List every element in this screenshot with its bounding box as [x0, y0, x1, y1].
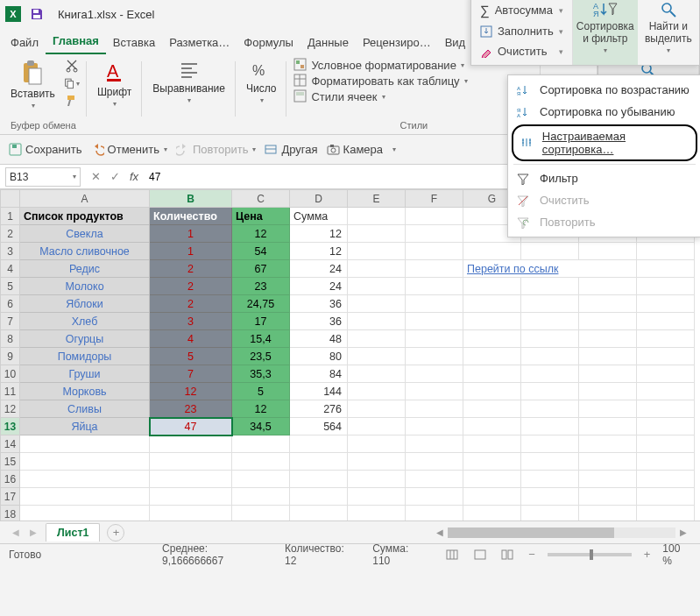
fill-button[interactable]: Заполнить▾	[471, 21, 572, 41]
zoom-in-button[interactable]: +	[640, 548, 654, 561]
name-box[interactable]: B13▾	[5, 167, 81, 187]
svg-point-39	[331, 148, 336, 152]
svg-rect-31	[296, 92, 304, 96]
filter-icon	[517, 173, 531, 185]
excel-icon: X	[5, 6, 21, 22]
svg-rect-10	[27, 60, 34, 66]
filter-toggle[interactable]: Фильтр	[508, 167, 700, 189]
horizontal-scrollbar[interactable]: ◀ ▶	[434, 527, 689, 538]
autosum-button[interactable]: ∑Автосумма▾	[471, 0, 572, 21]
menu-formulas[interactable]: Формулы	[237, 31, 301, 54]
sort-desc-icon: ЯА	[517, 106, 531, 118]
svg-rect-11	[29, 68, 41, 84]
view-normal-icon[interactable]	[443, 547, 462, 563]
status-bar: Готово Среднее: 9,166666667 Количество: …	[0, 543, 700, 564]
svg-rect-0	[33, 10, 39, 13]
hyperlink-cell[interactable]: Перейти по ссылк	[463, 260, 637, 278]
editing-panel: ∑Автосумма▾ Заполнить▾ Очистить▾ АЯ Сорт…	[470, 0, 700, 66]
svg-rect-18	[107, 79, 121, 81]
zoom-slider[interactable]	[548, 553, 632, 556]
menu-view[interactable]: Вид	[438, 31, 473, 54]
svg-rect-40	[330, 145, 334, 147]
menu-file[interactable]: Файл	[4, 31, 46, 54]
zoom-value[interactable]: 100 %	[662, 542, 691, 567]
alignment-button[interactable]: Выравнивание▾	[149, 58, 229, 106]
svg-line-45	[670, 11, 675, 17]
clear-button[interactable]: Очистить▾	[471, 41, 572, 61]
cancel-formula-icon[interactable]: ✕	[86, 167, 105, 186]
ribbon-clipboard: Вставить▾ ▾ Буфер обмена	[0, 54, 87, 134]
filter-clear-icon	[517, 195, 531, 207]
ribbon-alignment: Выравнивание▾	[142, 54, 236, 134]
sort-filter-button[interactable]: АЯ Сортировка и фильтр▾	[573, 0, 638, 65]
format-painter-icon[interactable]	[64, 93, 80, 109]
menu-data[interactable]: Данные	[301, 31, 356, 54]
filter-clear: Очистить	[508, 189, 700, 211]
accept-formula-icon[interactable]: ✓	[105, 167, 124, 186]
quick-undo[interactable]: Отменить▾	[91, 143, 167, 156]
quick-more-icon[interactable]: ▾	[392, 145, 396, 153]
svg-rect-38	[328, 146, 339, 154]
format-as-table[interactable]: Форматировать как таблицу▾	[293, 74, 467, 88]
sort-custom-icon	[520, 137, 534, 149]
sheet-tab-1[interactable]: Лист1	[46, 523, 100, 542]
selected-cell[interactable]: 47	[150, 418, 232, 435]
svg-rect-1	[33, 15, 40, 18]
sort-asc-icon: АЯ	[517, 84, 531, 96]
quick-redo[interactable]: Повторить▾	[176, 143, 256, 156]
conditional-formatting[interactable]: Условное форматирование▾	[293, 58, 463, 72]
svg-text:А: А	[517, 113, 520, 118]
tab-prev-icon[interactable]: ◀	[11, 526, 21, 539]
zoom-out-button[interactable]: −	[525, 548, 539, 561]
ribbon-number: % Число▾	[236, 54, 287, 134]
svg-rect-35	[12, 145, 17, 148]
status-average: Среднее: 9,166666667	[162, 542, 269, 567]
menu-insert[interactable]: Вставка	[106, 31, 162, 54]
cut-icon[interactable]	[64, 58, 80, 74]
sort-asc[interactable]: АЯСортировка по возрастанию	[508, 79, 700, 101]
copy-icon[interactable]: ▾	[64, 75, 80, 91]
view-page-break-icon[interactable]	[498, 547, 516, 563]
menu-home[interactable]: Главная	[46, 29, 106, 54]
paste-button[interactable]: Вставить▾	[7, 58, 59, 111]
sort-custom[interactable]: Настраиваемая сортировка…	[512, 124, 697, 161]
svg-rect-55	[502, 550, 506, 559]
svg-rect-24	[294, 59, 306, 70]
save-quick-icon[interactable]	[30, 7, 44, 21]
number-button[interactable]: % Число▾	[243, 58, 280, 106]
svg-text:Я: Я	[593, 10, 599, 18]
sheet-tabs: ◀ ▶ Лист1 + ◀ ▶	[0, 520, 700, 543]
ribbon-styles: Условное форматирование▾ Форматировать к…	[286, 54, 541, 134]
cell-styles[interactable]: Стили ячеек▾	[293, 89, 385, 103]
status-ready: Готово	[9, 549, 41, 561]
svg-rect-15	[67, 81, 74, 89]
svg-text:Я: Я	[517, 91, 520, 96]
find-icon	[660, 1, 677, 18]
find-select-button[interactable]: Найти и выделить▾	[638, 0, 699, 65]
sort-filter-icon: АЯ	[593, 1, 618, 18]
tab-next-icon[interactable]: ▶	[28, 526, 39, 539]
filter-reapply-icon	[517, 216, 531, 229]
quick-save[interactable]: Сохранить	[9, 143, 82, 156]
svg-text:%: %	[252, 63, 265, 78]
sort-desc[interactable]: ЯАСортировка по убыванию	[508, 101, 700, 123]
filter-reapply: Повторить	[508, 211, 700, 233]
spreadsheet-grid[interactable]: A B C D E F G H I J 1 Список продуктовКо…	[0, 189, 700, 520]
fx-icon[interactable]: fx	[124, 167, 144, 186]
status-sum: Сумма: 110	[372, 542, 428, 567]
quick-camera[interactable]: Камера	[327, 143, 383, 156]
menu-review[interactable]: Рецензиро…	[356, 31, 438, 54]
quick-other[interactable]: Другая	[265, 143, 317, 156]
view-page-layout-icon[interactable]	[470, 547, 489, 563]
svg-rect-16	[67, 96, 74, 100]
svg-rect-51	[447, 550, 457, 559]
ribbon-styles-label: Стили	[400, 120, 428, 132]
menu-layout[interactable]: Разметка…	[162, 31, 237, 54]
sort-menu: АЯСортировка по возрастанию ЯАСортировка…	[507, 74, 700, 237]
svg-rect-56	[508, 550, 513, 559]
font-button[interactable]: A Шрифт▾	[94, 58, 135, 110]
add-sheet-button[interactable]: +	[107, 524, 124, 542]
svg-text:A: A	[107, 61, 119, 81]
svg-rect-30	[294, 90, 306, 102]
svg-line-50	[519, 196, 527, 205]
